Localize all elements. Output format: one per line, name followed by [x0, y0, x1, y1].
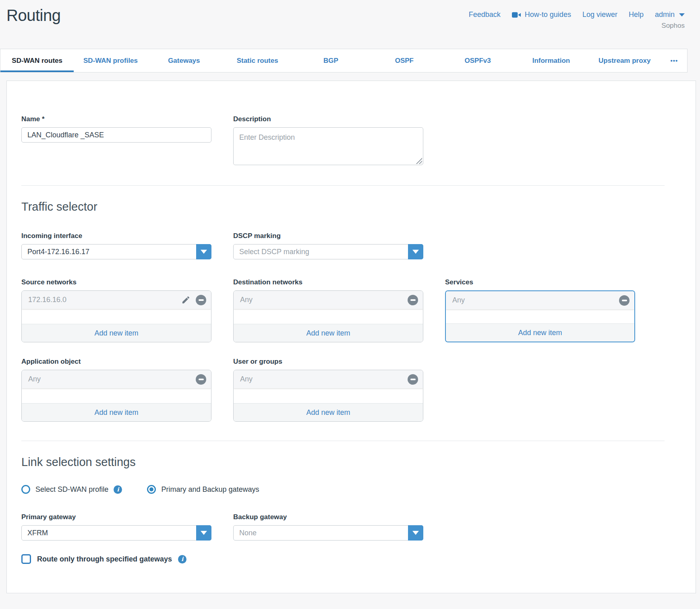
list-item: Any [234, 291, 423, 309]
user-or-groups-label: User or groups [233, 358, 423, 366]
incoming-interface-value: Port4-172.16.16.17 [22, 244, 211, 259]
primary-gateway-group: Primary gateway XFRM [21, 513, 211, 541]
description-label: Description [233, 115, 423, 123]
radio-icon-checked[interactable] [147, 485, 156, 494]
tab-sd-wan-routes[interactable]: SD-WAN routes [0, 49, 74, 72]
services-add-button[interactable]: Add new item [446, 323, 634, 342]
source-networks-panel: 172.16.16.0 Add new item [21, 290, 211, 342]
list-item: Any [22, 370, 211, 388]
panel-body [234, 309, 423, 324]
minus-bar [199, 299, 204, 301]
user-or-groups-panel: Any Add new item [233, 370, 423, 422]
radio-label: Primary and Backup gateways [161, 485, 259, 494]
tab-ospfv3[interactable]: OSPFv3 [441, 49, 514, 72]
application-object-group: Application object Any Add new item [21, 358, 211, 422]
remove-item-icon[interactable] [408, 374, 418, 385]
incoming-interface-dropdown-button[interactable] [196, 244, 211, 259]
admin-label: admin [655, 10, 675, 19]
user-or-groups-value: Any [240, 375, 253, 383]
remove-item-icon[interactable] [196, 374, 206, 385]
backup-gateway-dropdown[interactable]: None [233, 525, 423, 541]
tab-gateways[interactable]: Gateways [147, 49, 221, 72]
tab-information[interactable]: Information [514, 49, 588, 72]
log-viewer-link[interactable]: Log viewer [582, 10, 617, 19]
help-link[interactable]: Help [629, 10, 644, 19]
panel-body [234, 388, 423, 403]
name-input[interactable] [21, 127, 211, 143]
chevron-down-icon [201, 250, 207, 254]
incoming-interface-group: Incoming interface Port4-172.16.16.17 [21, 232, 211, 259]
primary-gateway-dropdown-button[interactable] [196, 525, 211, 541]
dscp-marking-dropdown-button[interactable] [408, 244, 423, 259]
traffic-selector-heading: Traffic selector [21, 200, 678, 213]
feedback-link[interactable]: Feedback [469, 10, 501, 19]
remove-item-icon[interactable] [196, 295, 206, 305]
route-only-checkbox[interactable] [21, 554, 31, 564]
minus-bar [410, 379, 416, 380]
minus-bar [622, 300, 627, 301]
radio-icon[interactable] [21, 485, 30, 494]
info-icon[interactable]: i [114, 485, 122, 494]
tab-bgp[interactable]: BGP [294, 49, 367, 72]
destination-networks-add-button[interactable]: Add new item [234, 324, 423, 342]
radio-primary-backup-gateways[interactable]: Primary and Backup gateways [147, 485, 259, 494]
video-camera-icon [512, 12, 521, 18]
radio-select-sdwan-profile[interactable]: Select SD-WAN profile i [21, 485, 122, 494]
primary-gateway-value: XFRM [22, 526, 211, 540]
minus-bar [410, 299, 416, 301]
tab-upstream-proxy[interactable]: Upstream proxy [588, 49, 661, 72]
tab-static-routes[interactable]: Static routes [221, 49, 294, 72]
backup-gateway-value: None [234, 526, 423, 540]
dscp-marking-group: DSCP marking Select DSCP marking [233, 232, 423, 259]
how-to-guides-label: How-to guides [525, 10, 571, 19]
source-networks-label: Source networks [21, 278, 211, 286]
application-object-add-button[interactable]: Add new item [22, 403, 211, 421]
backup-gateway-dropdown-button[interactable] [408, 525, 423, 541]
admin-menu[interactable]: admin [655, 10, 685, 19]
minus-bar [199, 379, 204, 380]
application-object-value: Any [28, 375, 41, 383]
destination-networks-panel: Any Add new item [233, 290, 423, 342]
divider [21, 441, 665, 441]
header-links: Feedback How-to guides Log viewer Help a… [469, 10, 685, 19]
info-icon[interactable]: i [178, 555, 186, 563]
destination-network-value: Any [240, 296, 253, 304]
name-label-text: Name [21, 115, 40, 123]
edit-pencil-icon[interactable] [181, 295, 191, 304]
tab-more-menu[interactable]: ••• [661, 49, 687, 72]
chevron-down-icon [679, 13, 685, 17]
header-right: Feedback How-to guides Log viewer Help a… [469, 6, 685, 30]
incoming-interface-label: Incoming interface [21, 232, 211, 240]
source-networks-add-button[interactable]: Add new item [22, 324, 211, 342]
chevron-down-icon [412, 250, 419, 254]
dscp-marking-label: DSCP marking [233, 232, 423, 240]
tab-ospf[interactable]: OSPF [368, 49, 441, 72]
dscp-marking-placeholder: Select DSCP marking [234, 244, 423, 259]
remove-item-icon[interactable] [408, 295, 418, 305]
services-label: Services [445, 278, 635, 286]
link-selection-heading: Link selection settings [21, 456, 678, 469]
user-or-groups-add-button[interactable]: Add new item [234, 403, 423, 421]
chevron-down-icon [201, 531, 207, 535]
route-only-label: Route only through specified gateways [37, 555, 172, 563]
tab-sd-wan-profiles[interactable]: SD-WAN profiles [74, 49, 147, 72]
panel-body [22, 309, 211, 324]
backup-gateway-group: Backup gateway None [233, 513, 423, 541]
link-selection-radios: Select SD-WAN profile i Primary and Back… [21, 485, 678, 494]
destination-networks-label: Destination networks [233, 278, 423, 286]
page-title: Routing [6, 6, 60, 25]
tab-bar: SD-WAN routes SD-WAN profiles Gateways S… [0, 49, 688, 72]
dscp-marking-dropdown[interactable]: Select DSCP marking [233, 244, 423, 259]
remove-item-icon[interactable] [619, 295, 630, 306]
primary-gateway-label: Primary gateway [21, 513, 211, 521]
primary-gateway-dropdown[interactable]: XFRM [21, 525, 211, 541]
description-textarea[interactable] [233, 127, 423, 165]
name-label: Name * [21, 115, 211, 123]
application-object-panel: Any Add new item [21, 370, 211, 422]
incoming-interface-dropdown[interactable]: Port4-172.16.16.17 [21, 244, 211, 259]
how-to-guides-link[interactable]: How-to guides [512, 10, 571, 19]
description-field-group: Description [233, 115, 423, 165]
chevron-down-icon [412, 531, 419, 535]
top-header: Routing Feedback How-to guides Log viewe… [0, 0, 700, 49]
route-form-card: Name * Description Traffic selector Inco… [6, 81, 696, 593]
